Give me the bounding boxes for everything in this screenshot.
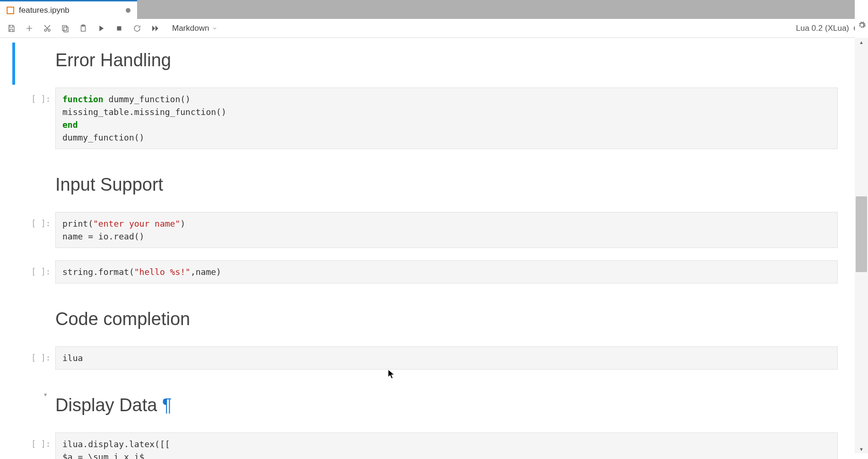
svg-rect-6 [117,26,122,30]
notebook-cells: Error Handling[ ]:function dummy_functio… [0,38,855,459]
cell-prompt: [ ]: [15,212,55,257]
scrollbar[interactable]: ▲ ▼ [855,38,868,453]
chevron-down-icon [212,26,217,31]
cell-content: Code completion [55,296,838,344]
scroll-up-button[interactable]: ▲ [855,38,868,46]
run-button[interactable] [96,24,106,33]
notebook-toolbar: Markdown Lua 0.2 (XLua) [0,19,868,38]
cell-prompt: [ ]: [15,260,55,293]
code-cell[interactable]: [ ]:ilua [12,346,838,379]
cell-content: print("enter your name")name = io.read() [55,212,838,257]
cell-prompt [15,296,55,344]
cell-prompt: [ ]: [15,433,55,459]
heading-text: Input Support [55,175,163,194]
cell-content: function dummy_function() missing_table.… [55,88,838,159]
svg-rect-2 [62,26,67,31]
heading-text: Code completion [55,309,190,329]
cell-prompt [15,161,55,209]
cell-content: Input Support [55,161,838,209]
svg-rect-3 [64,27,68,32]
notebook-tab[interactable]: features.ipynb [0,0,137,19]
cell-prompt: [ ]: [15,346,55,379]
code-editor[interactable]: ilua.display.latex([[ $a = \sum_i x_i$ [55,433,838,459]
cell-content: ilua.display.latex([[ $a = \sum_i x_i$ [55,433,838,459]
cell-content: ▾Display Data ¶ [55,382,838,430]
kernel-indicator[interactable]: Lua 0.2 (XLua) [796,24,861,33]
cell-content: string.format("hello %s!",name) [55,260,838,293]
notebook-icon [7,7,14,14]
cell-type-select[interactable]: Markdown [172,24,217,33]
section-heading: Display Data ¶ [55,382,838,430]
collapse-caret-icon[interactable]: ▾ [44,391,47,398]
restart-button[interactable] [132,24,142,33]
code-editor[interactable]: ilua [55,346,838,370]
run-all-button[interactable] [150,24,160,33]
right-edge: ▲ ▼ [855,0,868,459]
code-editor[interactable]: function dummy_function() missing_table.… [55,88,838,149]
svg-point-0 [44,29,47,31]
markdown-cell[interactable]: Code completion [12,296,838,344]
code-cell[interactable]: [ ]:string.format("hello %s!",name) [12,260,838,293]
markdown-cell[interactable]: ▾Display Data ¶ [12,382,838,430]
cell-content: ilua [55,346,838,379]
cell-prompt: [ ]: [15,88,55,159]
gear-icon[interactable] [858,21,866,31]
kernel-name: Lua 0.2 (XLua) [796,24,849,33]
cell-prompt [15,43,55,85]
heading-text: Display Data [55,395,157,415]
heading-text: Error Handling [55,50,171,70]
code-editor[interactable]: string.format("hello %s!",name) [55,260,838,283]
svg-point-1 [48,29,51,31]
section-heading: Input Support [55,161,838,209]
cut-button[interactable] [43,24,52,33]
code-cell[interactable]: [ ]:print("enter your name")name = io.re… [12,212,838,257]
add-cell-button[interactable] [25,24,34,33]
cell-type-label: Markdown [172,24,209,33]
section-heading: Error Handling [55,43,838,85]
stop-button[interactable] [114,24,124,33]
cell-prompt [15,382,55,430]
cell-content: Error Handling [55,43,838,85]
anchor-icon[interactable]: ¶ [157,395,172,415]
tab-close-icon[interactable] [126,8,130,13]
scroll-down-button[interactable]: ▼ [855,445,868,453]
copy-button[interactable] [61,24,70,33]
paste-button[interactable] [78,24,88,33]
section-heading: Code completion [55,296,838,344]
notebook-scroll-area[interactable]: Error Handling[ ]:function dummy_functio… [0,38,855,459]
tab-bar: features.ipynb [0,0,868,19]
save-button[interactable] [7,24,16,33]
code-cell[interactable]: [ ]:ilua.display.latex([[ $a = \sum_i x_… [12,433,838,459]
markdown-cell[interactable]: Error Handling [12,43,838,85]
code-cell[interactable]: [ ]:function dummy_function() missing_ta… [12,88,838,159]
markdown-cell[interactable]: Input Support [12,161,838,209]
tab-title: features.ipynb [19,6,69,15]
code-editor[interactable]: print("enter your name")name = io.read() [55,212,838,248]
scroll-thumb[interactable] [856,196,867,272]
